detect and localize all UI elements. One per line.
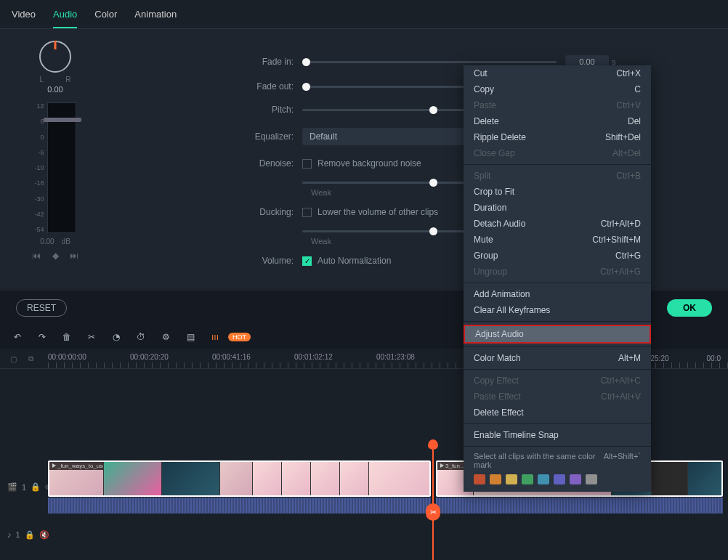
ruler-mark-extra: 25:20 (651, 354, 669, 362)
vu-unit: dB (62, 238, 70, 245)
ctx-duration[interactable]: Duration (464, 200, 651, 216)
fade-out-label: Fade out: (244, 81, 302, 92)
redo-icon[interactable]: ↷ (36, 331, 48, 343)
ctx-copy-effect: Copy EffectCtrl+Alt+C (464, 373, 651, 389)
vu-tick: -54 (34, 226, 44, 233)
delete-icon[interactable]: 🗑 (61, 331, 73, 343)
vu-tick: 6 (34, 118, 44, 125)
fade-in-label: Fade in: (244, 57, 302, 67)
undo-icon[interactable]: ↶ (12, 331, 23, 343)
ruler-link-icon[interactable]: ⧉ (25, 353, 36, 365)
ctx-delete-effect[interactable]: Delete Effect (464, 405, 651, 421)
playhead[interactable] (432, 441, 434, 560)
reset-button[interactable]: RESET (16, 299, 67, 317)
knob-l-label: L (40, 76, 44, 84)
audio-waveform-2[interactable] (436, 498, 723, 514)
ctx-color-match[interactable]: Color MatchAlt+M (464, 350, 651, 366)
ctx-add-animation[interactable]: Add Animation (464, 286, 651, 302)
crop-icon[interactable]: ◔ (110, 331, 122, 343)
ctx-crop-to-fit[interactable]: Crop to Fit (464, 184, 651, 200)
volume-label: Volume: (244, 256, 302, 266)
skip-end-icon[interactable]: ⏭ (68, 250, 80, 261)
vu-tick: 0 (34, 134, 44, 141)
tab-animation[interactable]: Animation (134, 6, 177, 28)
auto-normalize-label: Auto Normalization (318, 256, 391, 266)
swatch[interactable] (538, 474, 549, 484)
ctx-select-color-note: Select all clips with the same color mar… (464, 450, 651, 471)
ctx-ripple-delete[interactable]: Ripple DeleteShift+Del (464, 129, 651, 145)
swatch[interactable] (570, 474, 581, 484)
denoise-label: Denoise: (244, 158, 302, 169)
swatch[interactable] (490, 474, 501, 484)
vu-tick: -10 (34, 164, 44, 171)
vu-meter[interactable] (47, 102, 76, 233)
ctx-close-gap: Close GapAlt+Del (464, 145, 651, 161)
vu-tick: -18 (34, 179, 44, 187)
knob-r-label: R (65, 76, 70, 84)
equalizer-label: Equalizer: (244, 131, 302, 142)
keyframe-icon[interactable]: ◆ (49, 250, 61, 261)
swatch[interactable] (506, 474, 517, 484)
tab-audio[interactable]: Audio (53, 6, 77, 28)
clip-name: _fun_ways_to_use_split_scr…mp… (57, 463, 103, 469)
track-mute-icon[interactable]: 🔇 (39, 530, 49, 540)
tab-color[interactable]: Color (94, 6, 117, 28)
ctx-group[interactable]: GroupCtrl+G (464, 248, 651, 264)
track-video-icon[interactable]: 🎬 (7, 482, 17, 492)
track-number: 1 (22, 483, 26, 492)
ctx-cut[interactable]: CutCtrl+X (464, 65, 651, 81)
denoise-check-label: Remove background noise (318, 158, 421, 169)
tab-video[interactable]: Video (12, 6, 36, 28)
ruler-mark-extra: 00:0 (707, 354, 721, 362)
ctx-paste: PasteCtrl+V (464, 97, 651, 113)
track-audio-icon[interactable]: ♪ (7, 530, 12, 539)
split-icon[interactable]: ✂ (86, 331, 97, 343)
ducking-label: Ducking: (244, 207, 302, 217)
track-lock-icon[interactable]: 🔒 (25, 530, 35, 540)
video-track-head: 🎬 1 🔒 👁 (0, 482, 48, 492)
ducking-checkbox[interactable] (302, 208, 312, 217)
hot-badge: HOT (228, 333, 251, 341)
swatch[interactable] (522, 474, 533, 484)
audio-track-head: ♪ 1 🔒 🔇 (0, 530, 48, 540)
vu-tick: 12 (34, 102, 44, 110)
ducking-check-label: Lower the volume of other clips (318, 207, 438, 217)
ctx-copy[interactable]: CopyC (464, 81, 651, 97)
audio-track: ♪ 1 🔒 🔇 (0, 526, 728, 543)
denoise-checkbox[interactable] (302, 159, 312, 169)
pitch-label: Pitch: (244, 105, 302, 115)
swatch[interactable] (586, 474, 597, 484)
fade-in-slider[interactable] (302, 61, 557, 63)
panel-tabs: Video Audio Color Animation (0, 0, 728, 29)
swatch[interactable] (554, 474, 565, 484)
ruler-layers-icon[interactable]: ▢ (7, 353, 19, 365)
ducking-weak-label: Weak (311, 237, 331, 245)
scissors-marker[interactable]: ✂ (426, 503, 440, 521)
auto-normalize-checkbox[interactable] (302, 256, 312, 266)
vu-value: 0.00 (40, 238, 54, 245)
balance-knob[interactable] (39, 41, 71, 73)
adjust-icon[interactable]: ⚙ (160, 331, 171, 343)
ctx-paste-effect: Paste EffectCtrl+Alt+V (464, 389, 651, 405)
track-lock-icon[interactable]: 🔒 (31, 482, 41, 492)
color-icon[interactable]: ▤ (185, 331, 196, 343)
ctx-delete[interactable]: DeleteDel (464, 113, 651, 129)
context-menu: CutCtrl+X CopyC PasteCtrl+V DeleteDel Ri… (464, 65, 651, 492)
swatch[interactable] (474, 474, 485, 484)
denoise-weak-label: Weak (311, 188, 331, 197)
speed-icon[interactable]: ⏱ (135, 331, 147, 343)
ok-button[interactable]: OK (667, 299, 712, 317)
ctx-clear-keyframes[interactable]: Clear All Keyframes (464, 302, 651, 318)
track-number: 1 (16, 530, 20, 539)
video-clip-1[interactable]: _fun_ways_to_use_split_scr…mp… (48, 460, 431, 497)
ctx-adjust-audio[interactable]: Adjust Audio (464, 325, 651, 344)
vu-tick: -30 (34, 195, 44, 203)
ctx-detach-audio[interactable]: Detach AudioCtrl+Alt+D (464, 216, 651, 232)
ctx-timeline-snap[interactable]: Enable Timeline Snap (464, 427, 651, 443)
skip-start-icon[interactable]: ⏮ (31, 250, 42, 261)
color-swatches (464, 471, 651, 492)
ctx-mute[interactable]: MuteCtrl+Shift+M (464, 232, 651, 248)
audio-waveform[interactable] (48, 498, 431, 514)
vu-handle[interactable] (44, 118, 81, 122)
mix-icon[interactable]: ııı (209, 331, 221, 343)
